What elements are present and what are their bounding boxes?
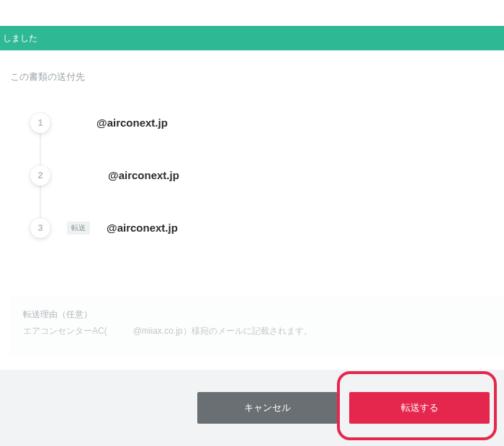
step-number: 2 bbox=[30, 165, 50, 186]
recipients-list: 1 @airconext.jp 2 @airconext.jp 3 転送 @ai… bbox=[0, 96, 504, 254]
recipient-email: @airconext.jp bbox=[96, 108, 504, 137]
status-banner: しました bbox=[0, 26, 504, 50]
step-number: 1 bbox=[30, 113, 50, 133]
recipient-email: @airconext.jp bbox=[96, 160, 504, 190]
footer-bar: キャンセル 転送する bbox=[0, 370, 504, 446]
recipient-row: 2 @airconext.jp bbox=[10, 149, 504, 201]
reason-label: 転送理由（任意） bbox=[23, 309, 491, 321]
transfer-submit-button[interactable]: 転送する bbox=[349, 392, 490, 424]
step-connector bbox=[40, 185, 41, 218]
section-title: この書類の送付先 bbox=[0, 50, 504, 96]
recipient-row: 3 転送 @airconext.jp bbox=[10, 201, 504, 254]
cancel-button[interactable]: キャンセル bbox=[197, 392, 338, 424]
reason-hint: エアコンセンターAC( @miiax.co.jp）様宛のメールに記載されます。 bbox=[23, 325, 491, 337]
step-connector bbox=[40, 132, 41, 165]
step-number: 3 bbox=[30, 218, 50, 238]
transfer-badge: 転送 bbox=[67, 222, 90, 235]
badge-slot: 転送 bbox=[60, 222, 96, 235]
recipient-email: @airconext.jp bbox=[96, 213, 504, 242]
recipient-row: 1 @airconext.jp bbox=[10, 96, 504, 149]
transfer-reason-section: 転送理由（任意） エアコンセンターAC( @miiax.co.jp）様宛のメール… bbox=[10, 296, 504, 356]
